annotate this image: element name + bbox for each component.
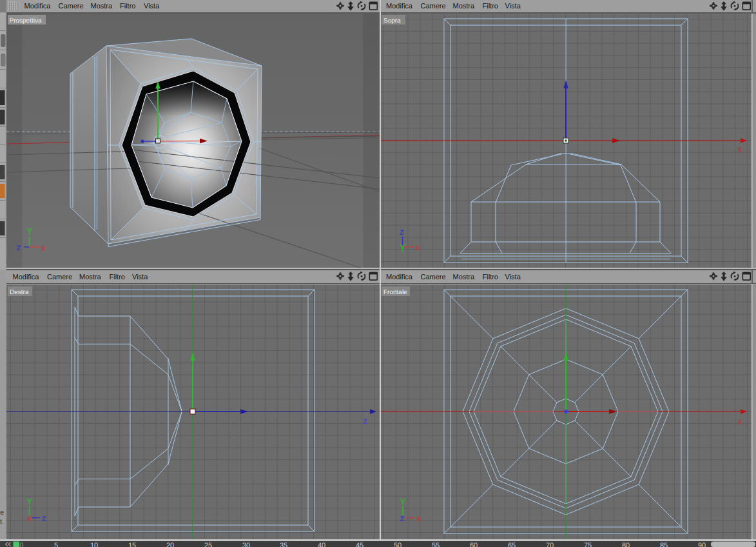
svg-text:70: 70 — [546, 542, 554, 547]
svg-text:75: 75 — [584, 542, 592, 547]
svg-text:65: 65 — [508, 542, 516, 547]
svg-text:Z: Z — [400, 515, 405, 523]
svg-text:25: 25 — [204, 542, 212, 547]
svg-text:X: X — [27, 515, 32, 523]
svg-text:t: t — [0, 518, 2, 526]
svg-text:40: 40 — [318, 542, 325, 547]
svg-text:10: 10 — [90, 542, 98, 547]
svg-text:e: e — [0, 509, 4, 517]
svg-text:35: 35 — [280, 542, 287, 547]
svg-text:30: 30 — [242, 542, 250, 547]
svg-text:85: 85 — [660, 542, 668, 547]
svg-text:20: 20 — [166, 542, 174, 547]
svg-text:55: 55 — [432, 542, 440, 547]
svg-text:Z: Z — [17, 244, 21, 252]
svg-text:Z: Z — [400, 229, 404, 237]
svg-text:5: 5 — [54, 542, 58, 547]
svg-text:50: 50 — [394, 542, 402, 547]
svg-text:Z: Z — [363, 418, 367, 426]
svg-text:15: 15 — [128, 542, 136, 547]
svg-text:X: X — [416, 515, 422, 523]
svg-text:X: X — [737, 146, 742, 154]
svg-text:60: 60 — [470, 542, 478, 547]
svg-text:Prospettiva: Prospettiva — [10, 17, 42, 25]
svg-text:X: X — [41, 245, 46, 253]
svg-text:Z: Z — [42, 515, 46, 523]
svg-text:90: 90 — [698, 542, 706, 547]
svg-text:X: X — [415, 244, 420, 252]
svg-text:Sopra: Sopra — [383, 17, 401, 25]
svg-text:45: 45 — [356, 542, 363, 547]
svg-text:80: 80 — [622, 542, 630, 547]
svg-text:Destra: Destra — [10, 289, 29, 296]
svg-text:0: 0 — [20, 542, 24, 547]
svg-text:Frontale: Frontale — [383, 289, 407, 296]
svg-text:X: X — [737, 419, 742, 426]
